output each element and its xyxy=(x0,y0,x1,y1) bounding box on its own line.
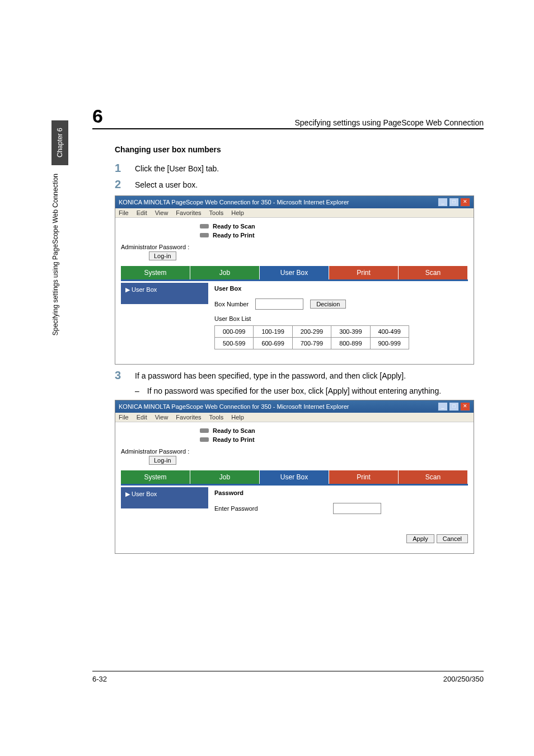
tab-scan[interactable]: Scan xyxy=(399,266,468,279)
chapter-number: 6 xyxy=(92,105,103,127)
screenshot-password: KONICA MINOLTA PageScope Web Connection … xyxy=(115,400,474,554)
scanner-icon xyxy=(199,222,209,230)
password-input[interactable] xyxy=(333,503,381,514)
ie-menu-bar: File Edit View Favorites Tools Help xyxy=(115,413,474,422)
scanner-icon xyxy=(199,427,209,435)
admin-password-label: Administrator Password : xyxy=(121,448,189,455)
range-cell[interactable]: 100-199 xyxy=(254,326,292,338)
login-button[interactable]: Log-in xyxy=(149,251,176,260)
tab-print[interactable]: Print xyxy=(329,470,399,484)
range-cell[interactable]: 200-299 xyxy=(292,326,331,338)
menu-view[interactable]: View xyxy=(155,209,168,216)
tab-print[interactable]: Print xyxy=(329,266,399,279)
menu-edit[interactable]: Edit xyxy=(137,209,147,216)
status-print: Ready to Print xyxy=(213,436,255,443)
tab-userbox[interactable]: User Box xyxy=(260,470,329,484)
menu-favorites[interactable]: Favorites xyxy=(176,414,201,421)
status-scan: Ready to Scan xyxy=(213,427,255,434)
menu-help[interactable]: Help xyxy=(231,414,244,421)
section-heading: Changing user box numbers xyxy=(115,145,484,154)
step-2-text: Select a user box. xyxy=(135,178,198,189)
tab-userbox[interactable]: User Box xyxy=(260,266,329,279)
model-numbers: 200/250/350 xyxy=(443,675,484,683)
menu-file[interactable]: File xyxy=(119,209,129,216)
range-cell[interactable]: 600-699 xyxy=(254,338,292,349)
range-cell[interactable]: 800-899 xyxy=(331,338,370,349)
menu-view[interactable]: View xyxy=(155,414,168,421)
tab-system[interactable]: System xyxy=(121,470,190,484)
step-1-number: 1 xyxy=(115,162,135,175)
panel-heading-userbox: User Box xyxy=(214,285,463,292)
tab-scan[interactable]: Scan xyxy=(399,470,468,484)
bullet-dash: – xyxy=(135,386,139,395)
range-cell[interactable]: 400-499 xyxy=(370,326,409,338)
tab-job[interactable]: Job xyxy=(190,470,260,484)
page-number: 6-32 xyxy=(92,675,107,683)
range-cell[interactable]: 000-099 xyxy=(215,326,254,338)
step-2-number: 2 xyxy=(115,178,135,191)
tab-job[interactable]: Job xyxy=(190,266,260,279)
range-cell[interactable]: 300-399 xyxy=(331,326,370,338)
tab-system[interactable]: System xyxy=(121,266,190,279)
sidebar-item-userbox[interactable]: ▶ User Box xyxy=(121,487,208,508)
enter-password-label: Enter Password xyxy=(214,505,282,512)
status-print: Ready to Print xyxy=(213,232,255,239)
ie-menu-bar: File Edit View Favorites Tools Help xyxy=(115,208,474,218)
range-cell[interactable]: 700-799 xyxy=(292,338,331,349)
menu-file[interactable]: File xyxy=(119,414,129,421)
range-cell[interactable]: 500-599 xyxy=(215,338,254,349)
cancel-button[interactable]: Cancel xyxy=(437,534,468,543)
page-title: Specifying settings using PageScope Web … xyxy=(294,118,484,127)
user-box-list-label: User Box List xyxy=(214,315,463,322)
box-number-label: Box Number xyxy=(214,301,249,307)
sidebar-vertical-title: Specifying settings using PageScope Web … xyxy=(51,174,59,335)
menu-help[interactable]: Help xyxy=(231,209,244,216)
svg-rect-0 xyxy=(200,224,209,228)
menu-tools[interactable]: Tools xyxy=(209,209,224,216)
step-3-subtext: If no password was specified for the use… xyxy=(147,386,441,395)
range-cell[interactable]: 900-999 xyxy=(370,338,409,349)
admin-password-label: Administrator Password : xyxy=(121,244,189,250)
svg-rect-1 xyxy=(200,233,209,237)
screenshot-userbox-list: KONICA MINOLTA PageScope Web Connection … xyxy=(115,195,474,365)
window-title: KONICA MINOLTA PageScope Web Connection … xyxy=(119,199,349,206)
maximize-icon[interactable]: □ xyxy=(449,198,459,207)
step-1-text: Click the [User Box] tab. xyxy=(135,162,219,173)
decision-button[interactable]: Decision xyxy=(310,300,346,309)
menu-edit[interactable]: Edit xyxy=(137,414,147,421)
maximize-icon[interactable]: □ xyxy=(449,402,459,411)
printer-icon xyxy=(199,231,209,239)
panel-heading-password: Password xyxy=(214,489,463,496)
svg-rect-2 xyxy=(200,428,209,433)
close-icon[interactable]: ✕ xyxy=(460,402,470,411)
login-button[interactable]: Log-in xyxy=(149,456,176,465)
apply-button[interactable]: Apply xyxy=(406,534,434,543)
sidebar-item-userbox[interactable]: ▶ User Box xyxy=(121,283,208,304)
box-number-input[interactable] xyxy=(255,298,303,310)
printer-icon xyxy=(199,436,209,444)
step-3-number: 3 xyxy=(115,369,135,382)
minimize-icon[interactable]: _ xyxy=(438,402,448,411)
user-box-range-table: 000-099 100-199 200-299 300-399 400-499 … xyxy=(214,325,409,349)
window-title: KONICA MINOLTA PageScope Web Connection … xyxy=(119,403,349,410)
minimize-icon[interactable]: _ xyxy=(438,198,448,207)
chapter-tab: Chapter 6 xyxy=(51,120,68,165)
status-scan: Ready to Scan xyxy=(213,223,255,230)
step-3-text: If a password has been specified, type i… xyxy=(135,369,406,380)
close-icon[interactable]: ✕ xyxy=(460,198,470,207)
svg-rect-3 xyxy=(200,437,209,442)
menu-favorites[interactable]: Favorites xyxy=(176,209,201,216)
menu-tools[interactable]: Tools xyxy=(209,414,224,421)
